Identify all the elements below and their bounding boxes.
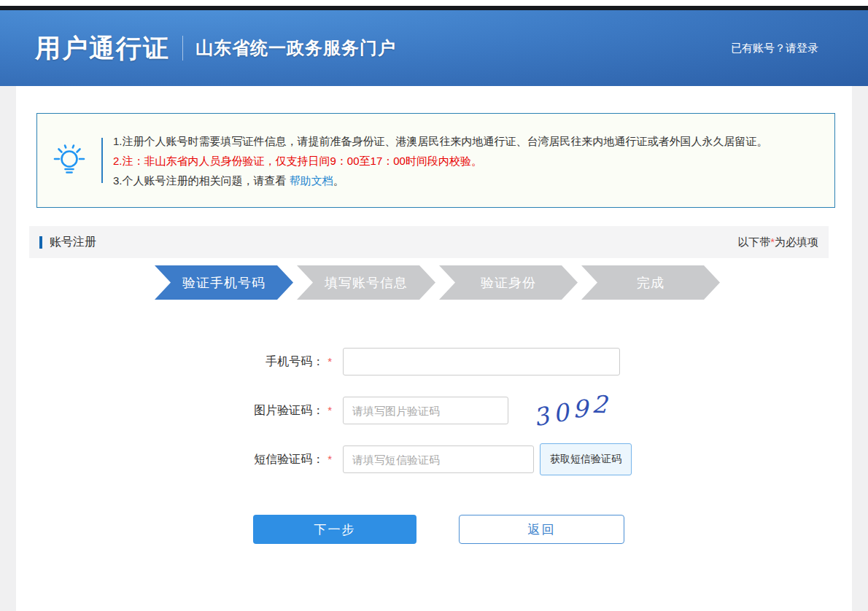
site-header: 用户通行证 山东省统一政务服务门户 已有账号？请登录 (0, 10, 868, 86)
phone-label: 手机号码：* (16, 354, 332, 370)
captcha-digit-3: 9 (570, 394, 590, 423)
step-fill-account-info: 填写账号信息 (297, 265, 435, 300)
site-title: 用户通行证 (35, 31, 170, 66)
image-captcha-row: 图片验证码：* 3 0 9 2 (16, 397, 852, 424)
get-sms-code-button[interactable]: 获取短信验证码 (540, 443, 632, 475)
login-link[interactable]: 已有账号？请登录 (731, 42, 818, 55)
step-indicator: 验证手机号码 填写账号信息 验证身份 完成 (155, 265, 852, 300)
next-step-button[interactable]: 下一步 (253, 515, 416, 544)
phone-required-star: * (328, 355, 332, 367)
captcha-image[interactable]: 3 0 9 2 (522, 393, 619, 428)
form-actions: 下一步 返回 (253, 515, 852, 544)
main-area: 1.注册个人账号时需要填写证件信息，请提前准备身份证、港澳居民往来内地通行证、台… (0, 86, 868, 611)
notice-line-3: 3.个人账号注册的相关问题，请查看 帮助文档。 (113, 171, 768, 190)
section-title-accent-bar (39, 236, 42, 249)
notice-line-1: 1.注册个人账号时需要填写证件信息，请提前准备身份证、港澳居民往来内地通行证、台… (113, 131, 768, 151)
phone-label-text: 手机号码： (266, 355, 324, 367)
image-captcha-input[interactable] (343, 397, 508, 424)
sms-captcha-label: 短信验证码：* (16, 452, 332, 467)
sms-captcha-row: 短信验证码：* 获取短信验证码 (16, 445, 852, 473)
required-note-suffix: 为必填项 (775, 236, 818, 248)
section-header-bar: 账号注册 以下带*为必填项 (29, 226, 829, 258)
site-subtitle: 山东省统一政务服务门户 (195, 36, 396, 60)
notice-text: 1.注册个人账号时需要填写证件信息，请提前准备身份证、港澳居民往来内地通行证、台… (103, 131, 768, 190)
brand-divider (182, 36, 183, 61)
required-note-prefix: 以下带 (737, 236, 770, 248)
required-note: 以下带*为必填项 (737, 236, 818, 249)
image-captcha-label-text: 图片验证码： (254, 404, 324, 416)
help-doc-link[interactable]: 帮助文档 (290, 174, 333, 187)
lightbulb-icon (37, 141, 101, 180)
section-title-text: 账号注册 (50, 235, 96, 250)
notice-box: 1.注册个人账号时需要填写证件信息，请提前准备身份证、港澳居民往来内地通行证、台… (36, 113, 835, 208)
phone-row: 手机号码：* (16, 348, 852, 375)
captcha-digit-2: 0 (549, 397, 573, 428)
sms-captcha-label-text: 短信验证码： (254, 453, 324, 465)
sms-captcha-input[interactable] (343, 445, 534, 473)
captcha-digit-4: 2 (589, 389, 610, 419)
phone-input[interactable] (343, 348, 620, 375)
image-captcha-label: 图片验证码：* (16, 403, 332, 419)
back-button[interactable]: 返回 (459, 515, 624, 544)
image-captcha-required-star: * (328, 404, 332, 416)
notice-line-3-text: 3.个人账号注册的相关问题，请查看 (113, 174, 290, 187)
step-verify-identity: 验证身份 (439, 265, 578, 300)
step-verify-phone: 验证手机号码 (155, 265, 293, 300)
notice-line-3-suffix: 。 (333, 174, 344, 187)
top-white-strip (0, 0, 868, 6)
sms-captcha-required-star: * (328, 453, 332, 465)
section-title: 账号注册 (39, 235, 96, 250)
brand: 用户通行证 山东省统一政务服务门户 (35, 31, 396, 66)
step-complete: 完成 (581, 265, 720, 300)
content-card: 1.注册个人账号时需要填写证件信息，请提前准备身份证、港澳居民往来内地通行证、台… (16, 86, 852, 611)
notice-line-2: 2.注：非山东省内人员身份验证，仅支持日间9：00至17：00时间段内校验。 (113, 151, 768, 171)
registration-form: 手机号码：* 图片验证码：* 3 0 9 2 短信验证码：* 获取短信验证码 (16, 348, 852, 544)
